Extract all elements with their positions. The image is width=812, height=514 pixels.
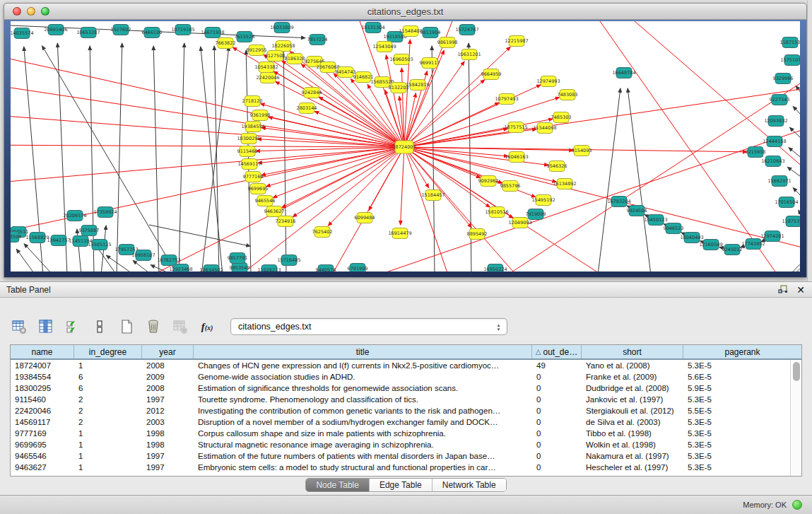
graph-node[interactable]: 16033809 xyxy=(270,23,293,33)
graph-node[interactable]: 15495192 xyxy=(531,195,555,206)
graph-node[interactable]: 9664959 xyxy=(481,69,502,80)
column-header-short[interactable]: short xyxy=(582,345,683,358)
graph-node[interactable]: 9861998 xyxy=(437,37,458,48)
graph-node[interactable]: 7485303 xyxy=(551,112,572,123)
graph-node[interactable]: 7615526 xyxy=(235,32,255,42)
table-row[interactable]: 2242004622012Investigating the contribut… xyxy=(11,405,790,416)
graph-node[interactable]: 9092962 xyxy=(478,176,499,187)
graph-node[interactable]: 9857791 xyxy=(228,253,248,264)
graph-node[interactable]: 7483083 xyxy=(558,90,578,100)
table-row[interactable]: 1456911722003Disruption of a novel membe… xyxy=(11,416,790,428)
table-scrollbar-thumb[interactable] xyxy=(793,362,800,381)
graph-node[interactable]: 22420046 xyxy=(256,73,279,83)
tab-network-table[interactable]: Network Table xyxy=(433,479,506,491)
graph-node[interactable]: 9154093 xyxy=(572,146,592,156)
graph-node[interactable]: 15751074 xyxy=(780,55,800,66)
graph-node[interactable]: 11875315 xyxy=(782,216,800,227)
graph-node[interactable]: 2718120 xyxy=(242,96,263,107)
graph-node[interactable]: 10543382 xyxy=(254,62,278,73)
graph-node[interactable]: 1527602 xyxy=(111,25,131,35)
graph-node[interactable]: 12444158 xyxy=(763,136,786,147)
tab-edge-table[interactable]: Edge Table xyxy=(370,479,433,491)
graph-node[interactable]: 9046523 xyxy=(664,223,684,234)
graph-node[interactable]: 9699117 xyxy=(420,58,440,69)
table-row[interactable]: 911546021997Tourette syndrome. Phenomeno… xyxy=(11,394,790,405)
close-panel-icon[interactable]: ✕ xyxy=(796,285,805,295)
delete-table-button[interactable] xyxy=(171,317,189,336)
create-column-button[interactable] xyxy=(117,317,136,336)
network-canvas[interactable]: 1403557420691406106532871527602646610010… xyxy=(11,21,800,271)
graph-node[interactable]: 12543049 xyxy=(372,42,396,52)
graph-node[interactable]: 9245012 xyxy=(722,245,743,255)
graph-node[interactable]: 7234916 xyxy=(276,216,296,227)
graph-node[interactable]: 12215987 xyxy=(505,36,528,47)
graph-node[interactable]: 6791909 xyxy=(348,264,368,272)
graph-node[interactable]: 6466100 xyxy=(142,28,163,38)
graph-node[interactable]: 15716485 xyxy=(277,255,300,266)
graph-node[interactable]: 9855796 xyxy=(500,181,521,192)
table-row[interactable]: 1872400712008Changes of HCN gene express… xyxy=(11,360,790,371)
graph-node[interactable]: 18131304 xyxy=(361,23,384,33)
column-header-title[interactable]: title xyxy=(194,345,532,358)
graph-node[interactable]: 8186328 xyxy=(285,54,305,64)
graph-node[interactable]: 9375887 xyxy=(79,226,100,236)
tab-node-table[interactable]: Node Table xyxy=(306,479,370,491)
graph-node[interactable]: 15724767 xyxy=(455,25,478,35)
graph-node[interactable]: 7625402 xyxy=(312,227,333,238)
graph-node[interactable]: 15692971 xyxy=(767,176,791,187)
graph-node[interactable]: 15810516 xyxy=(485,207,508,218)
graph-node[interactable]: 11568829 xyxy=(25,233,49,243)
graph-node[interactable]: 15842819 xyxy=(406,80,429,90)
graph-node[interactable]: 17016504 xyxy=(775,197,798,208)
graph-node[interactable]: 10631201 xyxy=(457,49,481,60)
graph-node[interactable]: 16134892 xyxy=(553,179,576,189)
graph-node[interactable]: 13942757 xyxy=(47,235,70,246)
graph-node[interactable]: 20206576 xyxy=(63,211,86,221)
graph-node[interactable]: 9777169 xyxy=(243,172,264,182)
graph-node[interactable]: 9924504 xyxy=(627,206,647,216)
graph-node[interactable]: 11026213 xyxy=(257,265,281,272)
graph-node[interactable]: 16210643 xyxy=(761,156,784,167)
resize-grip[interactable] xyxy=(791,264,800,271)
graph-node[interactable]: 16793204 xyxy=(607,197,630,207)
column-header-pagerank[interactable]: pagerank xyxy=(683,345,801,358)
graph-node[interactable]: 14569117 xyxy=(237,159,261,170)
graph-node[interactable]: 9853549 xyxy=(230,263,250,272)
row-height-button[interactable] xyxy=(90,317,109,336)
graph-node[interactable]: 8215958 xyxy=(746,147,766,158)
graph-node[interactable]: 9699695 xyxy=(248,184,269,194)
graph-node[interactable]: 9440574 xyxy=(316,265,336,272)
table-scrollbar[interactable] xyxy=(790,360,801,476)
graph-node[interactable]: 18226058 xyxy=(271,41,295,52)
column-header-in-degree[interactable]: in_degree xyxy=(74,345,142,358)
select-attributes-button[interactable] xyxy=(64,317,82,336)
float-panel-icon[interactable] xyxy=(778,285,788,294)
graph-node[interactable]: 11544098 xyxy=(533,123,556,134)
table-row[interactable]: 977716911998Corpus callosum shape and si… xyxy=(11,428,790,439)
graph-node[interactable]: 9361998 xyxy=(250,110,271,121)
table-row[interactable]: 969969511998Structural magnetic resonanc… xyxy=(11,439,790,450)
citation-network-graph[interactable]: 1403557420691406106532871527602646610010… xyxy=(11,21,800,271)
graph-node[interactable]: 16046163 xyxy=(505,152,528,163)
graph-node[interactable]: 16914479 xyxy=(388,228,411,239)
graph-node[interactable]: 18724007 xyxy=(392,141,416,153)
graph-node[interactable]: 18300295 xyxy=(237,134,260,144)
table-row[interactable]: 946362711997Embryonic stem cells: a mode… xyxy=(11,462,790,473)
column-header-out-degree[interactable]: △ out_de… xyxy=(532,345,582,358)
graph-node[interactable]: 6099484 xyxy=(355,213,375,223)
graph-node[interactable]: 9242844 xyxy=(302,88,322,98)
column-header-name[interactable]: name xyxy=(11,345,74,358)
graph-node[interactable]: 7663822 xyxy=(216,38,236,49)
table-row[interactable]: 1938455462009Genome-wide association stu… xyxy=(11,371,790,382)
graph-node[interactable]: 2803144 xyxy=(297,103,317,114)
delete-column-button[interactable] xyxy=(144,317,163,336)
graph-node[interactable]: 9329966 xyxy=(773,74,794,84)
table-row[interactable]: 1830029562008Estimation of significance … xyxy=(11,382,790,394)
graph-node[interactable]: 12093832 xyxy=(764,116,787,127)
graph-node[interactable]: 9463627 xyxy=(264,206,285,217)
window-titlebar[interactable]: citations_edges.txt xyxy=(4,4,806,20)
graph-node[interactable]: 16648784 xyxy=(612,68,635,78)
graph-node[interactable]: 20691406 xyxy=(44,25,67,35)
graph-node[interactable]: 14035574 xyxy=(11,28,34,39)
graph-node[interactable]: 9127508 xyxy=(265,51,286,62)
